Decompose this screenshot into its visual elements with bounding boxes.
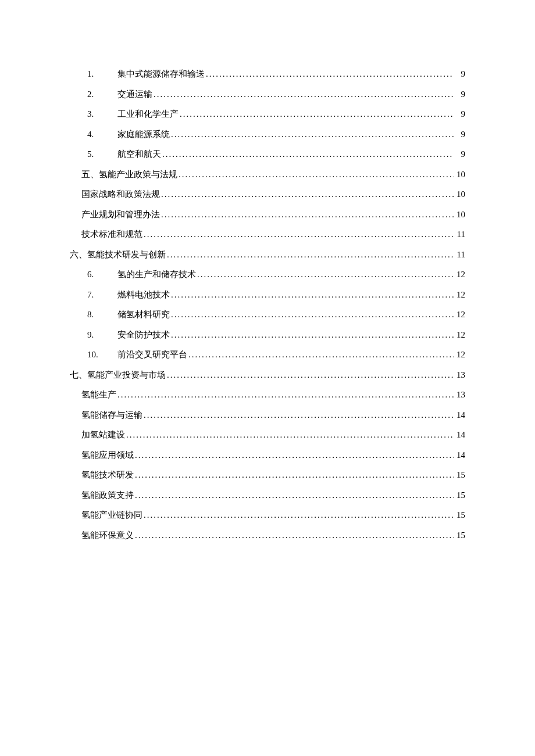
toc-leader <box>134 445 454 465</box>
toc-title: 家庭能源系统 <box>117 124 170 145</box>
toc-title: 氢能技术研发 <box>81 465 134 485</box>
toc-page: 12 <box>454 325 465 345</box>
toc-entry: 六、氢能技术研发与创新11 <box>70 245 465 265</box>
toc-entry: 9.安全防护技术12 <box>70 325 465 345</box>
toc-title: 储氢材料研究 <box>117 304 170 325</box>
toc-page: 10 <box>454 205 465 225</box>
toc-title: 氢的生产和储存技术 <box>117 264 196 285</box>
toc-page: 13 <box>454 385 465 405</box>
toc-entry: 10.前沿交叉研究平台12 <box>70 345 465 365</box>
toc-leader <box>166 365 454 385</box>
toc-page: 13 <box>454 365 465 385</box>
toc-entry: 氢能技术研发15 <box>70 465 465 485</box>
toc-entry: 技术标准和规范11 <box>70 224 465 245</box>
toc-entry: 2.交通运输9 <box>70 84 465 105</box>
toc-leader <box>170 285 454 305</box>
toc-leader <box>134 485 454 506</box>
toc-entry: 5.航空和航天9 <box>70 144 465 164</box>
toc-title: 氢能储存与运输 <box>81 405 142 425</box>
toc-leader <box>170 124 454 145</box>
toc-page: 10 <box>454 164 465 185</box>
toc-leader <box>134 525 454 546</box>
toc-title: 五、氢能产业政策与法规 <box>81 164 177 185</box>
toc-leader <box>196 264 454 285</box>
toc-entry: 氢能生产13 <box>70 385 465 405</box>
toc-entry: 7.燃料电池技术12 <box>70 285 465 305</box>
toc-number: 2. <box>87 84 117 105</box>
toc-entry: 8.储氢材料研究12 <box>70 304 465 325</box>
toc-number: 8. <box>87 304 117 325</box>
toc-leader <box>205 64 454 84</box>
toc-entry: 氢能储存与运输14 <box>70 405 465 425</box>
toc-entry: 产业规划和管理办法10 <box>70 205 465 225</box>
toc-entry: 氢能政策支持15 <box>70 485 465 506</box>
toc-title: 安全防护技术 <box>117 325 170 345</box>
toc-title: 燃料电池技术 <box>117 285 170 305</box>
toc-entry: 国家战略和政策法规10 <box>70 184 465 205</box>
toc-page: 12 <box>454 264 465 285</box>
toc-page: 9 <box>454 144 465 164</box>
toc-number: 1. <box>87 64 117 84</box>
toc-number: 4. <box>87 124 117 145</box>
toc-number: 5. <box>87 144 117 164</box>
toc-number: 3. <box>87 104 117 124</box>
toc-title: 氢能产业链协同 <box>81 505 142 525</box>
toc-leader <box>116 385 454 405</box>
toc-title: 交通运输 <box>117 84 152 105</box>
toc-title: 航空和航天 <box>117 144 161 164</box>
toc-page: 11 <box>454 224 465 245</box>
table-of-contents: 1.集中式能源储存和输送92.交通运输93.工业和化学生产94.家庭能源系统95… <box>70 64 465 545</box>
toc-title: 工业和化学生产 <box>117 104 179 124</box>
toc-leader <box>134 465 454 485</box>
toc-leader <box>170 304 454 325</box>
toc-title: 技术标准和规范 <box>81 224 142 245</box>
toc-leader <box>142 224 454 245</box>
toc-page: 14 <box>454 445 465 465</box>
toc-number: 6. <box>87 264 117 285</box>
toc-page: 15 <box>454 525 465 546</box>
toc-title: 氢能生产 <box>81 385 116 405</box>
toc-page: 9 <box>454 84 465 105</box>
toc-title: 氢能应用领域 <box>81 445 134 465</box>
toc-entry: 七、氢能产业投资与市场13 <box>70 365 465 385</box>
toc-page: 12 <box>454 345 465 365</box>
toc-page: 15 <box>454 485 465 506</box>
toc-leader <box>160 184 454 205</box>
toc-page: 10 <box>454 184 465 205</box>
toc-leader <box>166 245 454 265</box>
toc-page: 12 <box>454 285 465 305</box>
toc-page: 11 <box>454 245 465 265</box>
toc-page: 14 <box>454 405 465 425</box>
toc-title: 产业规划和管理办法 <box>81 205 160 225</box>
toc-leader <box>160 205 454 225</box>
toc-leader <box>125 425 454 445</box>
toc-page: 14 <box>454 425 465 445</box>
toc-title: 集中式能源储存和输送 <box>117 64 205 84</box>
toc-entry: 1.集中式能源储存和输送9 <box>70 64 465 84</box>
toc-leader <box>161 144 454 164</box>
toc-title: 加氢站建设 <box>81 425 125 445</box>
toc-title: 六、氢能技术研发与创新 <box>70 245 166 265</box>
toc-page: 15 <box>454 505 465 525</box>
toc-number: 10. <box>87 345 117 365</box>
toc-entry: 3.工业和化学生产9 <box>70 104 465 124</box>
toc-entry: 氢能应用领域14 <box>70 445 465 465</box>
toc-title: 氢能政策支持 <box>81 485 134 506</box>
toc-entry: 五、氢能产业政策与法规10 <box>70 164 465 185</box>
toc-leader <box>170 325 454 345</box>
toc-leader <box>142 505 454 525</box>
toc-number: 9. <box>87 325 117 345</box>
toc-leader <box>177 164 454 185</box>
toc-leader <box>187 345 454 365</box>
toc-title: 氢能环保意义 <box>81 525 134 546</box>
toc-page: 9 <box>454 124 465 145</box>
toc-page: 9 <box>454 64 465 84</box>
toc-leader <box>142 405 454 425</box>
toc-entry: 氢能环保意义15 <box>70 525 465 546</box>
toc-entry: 氢能产业链协同15 <box>70 505 465 525</box>
toc-title: 七、氢能产业投资与市场 <box>70 365 166 385</box>
toc-title: 国家战略和政策法规 <box>81 184 160 205</box>
toc-page: 9 <box>454 104 465 124</box>
toc-leader <box>152 84 454 105</box>
toc-page: 12 <box>454 304 465 325</box>
